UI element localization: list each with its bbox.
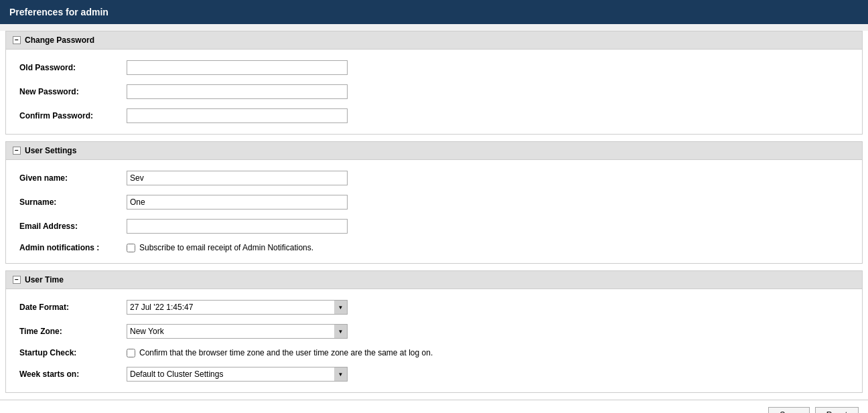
admin-notifications-label: Admin notifications : (19, 243, 127, 252)
new-password-label: New Password: (19, 87, 127, 96)
admin-notifications-checkbox[interactable] (127, 244, 135, 252)
email-address-row: Email Address: (19, 219, 849, 234)
week-starts-on-select-wrapper: Default to Cluster Settings Sunday Monda… (127, 367, 348, 382)
email-address-input[interactable] (127, 219, 348, 234)
save-button[interactable]: Save (768, 407, 809, 413)
user-time-body: Date Format: 27 Jul '22 1:45:47 07/27/20… (6, 289, 862, 392)
admin-notifications-checkbox-label: Subscribe to email receipt of Admin Noti… (139, 243, 313, 252)
change-password-title: Change Password (25, 35, 94, 45)
old-password-label: Old Password: (19, 63, 127, 72)
old-password-input[interactable] (127, 60, 348, 75)
time-zone-select-wrapper: New York UTC London Tokyo ▼ (127, 324, 348, 339)
admin-notifications-checkbox-row: Subscribe to email receipt of Admin Noti… (127, 243, 313, 252)
date-format-label: Date Format: (19, 303, 127, 312)
startup-check-checkbox-row: Confirm that the browser time zone and t… (127, 348, 433, 357)
reset-button[interactable]: Reset (815, 407, 859, 413)
week-starts-on-row: Week starts on: Default to Cluster Setti… (19, 367, 849, 382)
change-password-section: − Change Password Old Password: New Pass… (5, 31, 863, 135)
user-time-section: − User Time Date Format: 27 Jul '22 1:45… (5, 270, 863, 393)
startup-check-checkbox-label: Confirm that the browser time zone and t… (139, 348, 433, 357)
admin-notifications-row: Admin notifications : Subscribe to email… (19, 243, 849, 252)
startup-check-row: Startup Check: Confirm that the browser … (19, 348, 849, 357)
old-password-row: Old Password: (19, 60, 849, 75)
change-password-header: − Change Password (6, 31, 862, 50)
user-settings-body: Given name: Surname: Email Address: Admi… (6, 160, 862, 263)
given-name-row: Given name: (19, 171, 849, 185)
user-settings-section: − User Settings Given name: Surname: Ema… (5, 141, 863, 264)
page-title: Preferences for admin (9, 7, 108, 17)
surname-row: Surname: (19, 195, 849, 210)
date-format-select-wrapper: 27 Jul '22 1:45:47 07/27/2022 1:45:47 20… (127, 300, 348, 315)
new-password-input[interactable] (127, 84, 348, 99)
user-time-header: − User Time (6, 271, 862, 289)
date-format-select[interactable]: 27 Jul '22 1:45:47 07/27/2022 1:45:47 20… (127, 300, 348, 315)
confirm-password-label: Confirm Password: (19, 111, 127, 120)
date-format-row: Date Format: 27 Jul '22 1:45:47 07/27/20… (19, 300, 849, 315)
time-zone-label: Time Zone: (19, 327, 127, 336)
email-address-label: Email Address: (19, 222, 127, 231)
new-password-row: New Password: (19, 84, 849, 99)
change-password-collapse-icon[interactable]: − (13, 36, 21, 44)
user-time-collapse-icon[interactable]: − (13, 276, 21, 284)
user-time-title: User Time (25, 275, 64, 284)
user-settings-header: − User Settings (6, 142, 862, 160)
time-zone-select[interactable]: New York UTC London Tokyo (127, 324, 348, 339)
footer: Save Reset (0, 400, 868, 413)
given-name-label: Given name: (19, 173, 127, 183)
change-password-body: Old Password: New Password: Confirm Pass… (6, 50, 862, 134)
week-starts-on-label: Week starts on: (19, 369, 127, 379)
surname-label: Surname: (19, 197, 127, 207)
title-bar: Preferences for admin (0, 0, 868, 24)
startup-check-checkbox[interactable] (127, 349, 135, 357)
time-zone-row: Time Zone: New York UTC London Tokyo ▼ (19, 324, 849, 339)
given-name-input[interactable] (127, 171, 348, 185)
confirm-password-row: Confirm Password: (19, 108, 849, 123)
user-settings-title: User Settings (25, 146, 76, 155)
surname-input[interactable] (127, 195, 348, 210)
startup-check-label: Startup Check: (19, 348, 127, 357)
week-starts-on-select[interactable]: Default to Cluster Settings Sunday Monda… (127, 367, 348, 382)
confirm-password-input[interactable] (127, 108, 348, 123)
user-settings-collapse-icon[interactable]: − (13, 147, 21, 155)
